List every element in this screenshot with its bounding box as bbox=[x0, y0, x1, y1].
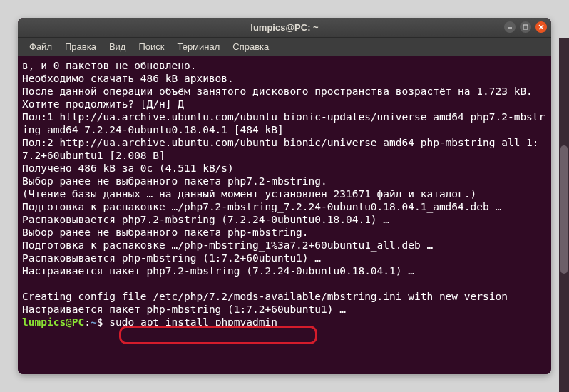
command-input[interactable]: sudo apt install phpmyadmin bbox=[109, 316, 277, 328]
output-line: Настраивается пакет php-mbstring (1:7.2+… bbox=[22, 303, 547, 316]
menu-terminal[interactable]: Терминал bbox=[171, 39, 225, 54]
output-line: в, и 0 пакетов не обновлено. bbox=[22, 59, 547, 72]
titlebar: lumpics@PC: ~ bbox=[18, 18, 551, 38]
close-button[interactable] bbox=[535, 21, 547, 33]
output-line: Выбор ранее не выбранного пакета php7.2-… bbox=[22, 175, 547, 187]
output-line: После данной операции объём занятого дис… bbox=[22, 85, 547, 98]
window-title: lumpics@PC: ~ bbox=[250, 22, 318, 33]
output-line: Распаковывается php-mbstring (1:7.2+60ub… bbox=[22, 252, 547, 264]
output-line: Creating config file /etc/php/7.2/mods-a… bbox=[22, 290, 547, 303]
prompt-path: ~ bbox=[91, 316, 97, 328]
blank-line bbox=[22, 277, 547, 290]
window-controls bbox=[504, 21, 547, 33]
output-line: Необходимо скачать 486 kB архивов. bbox=[22, 72, 547, 85]
output-line: (Чтение базы данных … на данный момент у… bbox=[22, 187, 547, 200]
output-line: Пол:2 http://ua.archive.ubuntu.com/ubunt… bbox=[22, 136, 547, 162]
menu-view[interactable]: Вид bbox=[103, 39, 132, 54]
prompt-line: lumpics@PC:~$ sudo apt install phpmyadmi… bbox=[22, 316, 547, 329]
terminal-content[interactable]: в, и 0 пакетов не обновлено. Необходимо … bbox=[18, 56, 551, 374]
output-line: Настраивается пакет php7.2-mbstring (7.2… bbox=[22, 264, 547, 277]
terminal-window: lumpics@PC: ~ Файл Правка Вид Поиск Терм… bbox=[18, 18, 551, 374]
output-line: Выбор ранее не выбранного пакета php-mbs… bbox=[22, 226, 547, 239]
prompt-user-host: lumpics@PC bbox=[22, 316, 84, 328]
output-line: Подготовка к распаковке …/php-mbstring_1… bbox=[22, 239, 547, 252]
output-line: Распаковывается php7.2-mbstring (7.2.24-… bbox=[22, 213, 547, 226]
output-line: Пол:1 http://ua.archive.ubuntu.com/ubunt… bbox=[22, 110, 547, 136]
menu-edit[interactable]: Правка bbox=[59, 39, 102, 54]
prompt-symbol: $ bbox=[97, 316, 103, 328]
maximize-button[interactable] bbox=[520, 21, 531, 33]
minimize-button[interactable] bbox=[504, 21, 516, 33]
prompt-colon: : bbox=[84, 316, 91, 328]
svg-rect-1 bbox=[523, 25, 528, 29]
menu-file[interactable]: Файл bbox=[24, 39, 58, 54]
output-line: Получено 486 kB за 0с (4.511 kB/s) bbox=[22, 162, 547, 175]
output-line: Хотите продолжить? [Д/н] Д bbox=[22, 98, 547, 110]
menu-search[interactable]: Поиск bbox=[133, 39, 170, 54]
menubar: Файл Правка Вид Поиск Терминал Справка bbox=[18, 38, 551, 56]
menu-help[interactable]: Справка bbox=[227, 39, 275, 54]
output-line: Подготовка к распаковке …/php7.2-mbstrin… bbox=[22, 200, 547, 213]
